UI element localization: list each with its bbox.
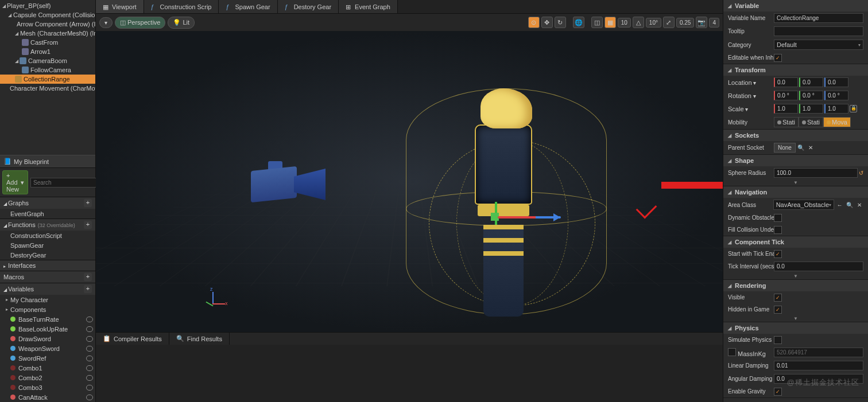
grid-snap-value[interactable]: 10 xyxy=(618,18,631,28)
browse-button[interactable]: ← xyxy=(835,201,844,209)
var-combo3[interactable]: Combo3 xyxy=(0,383,95,392)
section-macros[interactable]: Macros+ xyxy=(0,271,95,283)
scale-snap-button[interactable]: ⤢ xyxy=(663,17,675,28)
add-function-button[interactable]: + xyxy=(84,221,92,229)
add-variable-button[interactable]: + xyxy=(84,285,92,293)
scale-lock-button[interactable]: 🔒 xyxy=(850,105,857,112)
tree-castfrom[interactable]: CastFrom xyxy=(0,38,95,47)
camera-speed-value[interactable]: 4 xyxy=(709,18,719,28)
var-combo1[interactable]: Combo1 xyxy=(0,363,95,373)
translate-mode-button[interactable]: ✥ xyxy=(541,17,553,28)
simulate-physics-checkbox[interactable] xyxy=(774,336,782,344)
location-y-input[interactable] xyxy=(799,77,823,87)
viewport-3d[interactable]: z x xyxy=(96,31,723,332)
rotation-z-input[interactable] xyxy=(824,91,848,100)
select-mode-button[interactable]: ⊙ xyxy=(528,17,540,28)
cat-navigation[interactable]: ◢Navigation xyxy=(723,186,868,198)
var-canattack[interactable]: CanAttack xyxy=(0,392,95,402)
lit-button[interactable]: 💡Lit xyxy=(168,17,195,29)
tree-cameraboom[interactable]: ◢CameraBoom xyxy=(0,56,95,65)
tab-spawngear[interactable]: ƒSpawn Gear xyxy=(219,0,277,13)
tick-interval-input[interactable] xyxy=(774,262,863,271)
tree-arrow-comp[interactable]: Arrow Component (Arrow) (In xyxy=(0,19,95,29)
category-dropdown[interactable]: Default xyxy=(774,40,863,50)
hidden-in-game-checkbox[interactable] xyxy=(774,306,782,314)
rotation-x-input[interactable] xyxy=(774,91,798,100)
location-x-input[interactable] xyxy=(774,77,798,87)
var-baselookuprate[interactable]: BaseLookUpRate xyxy=(0,324,95,334)
eye-icon[interactable] xyxy=(86,375,93,381)
section-variables[interactable]: ◢Variables+ xyxy=(0,283,95,295)
angle-snap-button[interactable]: △ xyxy=(633,17,644,28)
item-destorygear[interactable]: DestoryGear xyxy=(0,250,95,260)
var-swordref[interactable]: SwordRef xyxy=(0,353,95,363)
tab-viewport[interactable]: ▦Viewport xyxy=(96,0,144,13)
add-graph-button[interactable]: + xyxy=(84,199,92,207)
eye-icon[interactable] xyxy=(86,385,93,391)
dynamic-obstacle-checkbox[interactable] xyxy=(774,214,782,222)
cat-transform[interactable]: ◢Transform xyxy=(723,64,868,76)
var-group-mychar[interactable]: ▸My Character xyxy=(0,295,95,305)
mass-override-checkbox[interactable] xyxy=(728,348,736,356)
scale-x-input[interactable] xyxy=(774,104,798,114)
mobility-stationary-button[interactable]: Stati xyxy=(799,117,823,127)
add-new-button[interactable]: + Add New▾ xyxy=(2,170,28,194)
expand-rendering-button[interactable]: ▼ xyxy=(723,315,868,322)
linear-damping-input[interactable] xyxy=(774,361,863,370)
tree-capsule[interactable]: ◢Capsule Component (Collision) xyxy=(0,10,95,19)
cat-component-tick[interactable]: ◢Component Tick xyxy=(723,236,868,248)
search-socket-button[interactable]: 🔍 xyxy=(797,143,805,152)
clear-button[interactable]: ✕ xyxy=(855,201,863,209)
var-group-components[interactable]: ▸Components xyxy=(0,305,95,314)
fill-collision-checkbox[interactable] xyxy=(774,226,782,234)
location-z-input[interactable] xyxy=(824,77,848,87)
variable-name-input[interactable] xyxy=(774,13,863,23)
var-drawsword[interactable]: DrawSword xyxy=(0,334,95,344)
item-spawngear[interactable]: SpawnGear xyxy=(0,240,95,250)
tab-eventgraph[interactable]: ⊞Event Graph xyxy=(339,0,398,13)
tree-charmovement[interactable]: Character Movement (CharMov xyxy=(0,84,95,93)
var-weaponsword[interactable]: WeaponSword xyxy=(0,344,95,353)
tree-arrow1[interactable]: Arrow1 xyxy=(0,47,95,56)
mobility-static-button[interactable]: Stati xyxy=(774,117,799,127)
cat-variable[interactable]: ◢Variable xyxy=(723,0,868,11)
surface-snap-button[interactable]: ◫ xyxy=(591,17,603,28)
section-graphs[interactable]: ◢Graphs+ xyxy=(0,197,95,209)
eye-icon[interactable] xyxy=(86,317,93,322)
mobility-movable-button[interactable]: Mova xyxy=(823,117,851,127)
tooltip-input[interactable] xyxy=(774,26,863,36)
eye-icon[interactable] xyxy=(86,365,93,371)
tree-followcamera[interactable]: FollowCamera xyxy=(0,65,95,75)
tree-collectionrange[interactable]: CollectionRange xyxy=(0,75,95,84)
tab-find-results[interactable]: 🔍Find Results xyxy=(169,333,230,345)
eye-icon[interactable] xyxy=(86,346,93,352)
perspective-button[interactable]: ◫Perspective xyxy=(115,17,165,29)
rotation-y-input[interactable] xyxy=(799,91,823,100)
reset-radius-button[interactable]: ↺ xyxy=(859,170,863,176)
enable-gravity-checkbox[interactable] xyxy=(774,388,782,396)
camera-speed-button[interactable]: 📷 xyxy=(696,17,707,28)
tree-root[interactable]: ◢Player_BP(self) xyxy=(0,1,95,10)
rotate-mode-button[interactable]: ↻ xyxy=(555,17,566,28)
eye-icon[interactable] xyxy=(86,326,93,332)
scale-z-input[interactable] xyxy=(824,104,848,114)
item-eventgraph[interactable]: EventGraph xyxy=(0,209,95,218)
area-class-dropdown[interactable]: NavArea_Obstacle xyxy=(773,200,834,210)
add-macro-button[interactable]: + xyxy=(84,273,92,281)
clear-socket-button[interactable]: ✕ xyxy=(807,143,815,152)
tree-mesh[interactable]: ◢Mesh (CharacterMesh0) (Inh xyxy=(0,29,95,38)
editable-checkbox[interactable] xyxy=(774,54,782,62)
var-combo2[interactable]: Combo2 xyxy=(0,373,95,383)
cat-rendering[interactable]: ◢Rendering xyxy=(723,280,868,291)
sphere-radius-input[interactable] xyxy=(774,168,858,178)
tab-compiler-results[interactable]: 📋Compiler Results xyxy=(96,333,169,345)
viewport-menu-button[interactable]: ▾ xyxy=(99,17,113,28)
section-functions[interactable]: ◢Functions(32 Overridable)+ xyxy=(0,219,95,231)
scale-snap-value[interactable]: 0.25 xyxy=(676,18,694,28)
tab-construction[interactable]: ƒConstruction Scrip xyxy=(144,0,219,13)
eye-icon[interactable] xyxy=(86,336,93,342)
var-baseturnrate[interactable]: BaseTurnRate xyxy=(0,314,95,324)
grid-snap-button[interactable]: ▦ xyxy=(604,17,616,28)
cat-physics[interactable]: ◢Physics xyxy=(723,322,868,334)
angle-snap-value[interactable]: 10° xyxy=(646,18,661,28)
